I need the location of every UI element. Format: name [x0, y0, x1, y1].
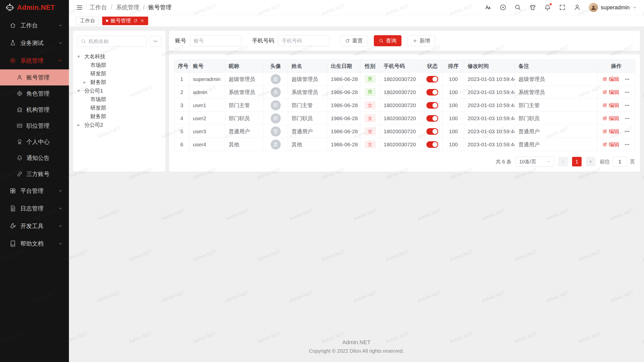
tab-close-icon[interactable]	[140, 19, 144, 23]
page-tab[interactable]: 工作台	[76, 17, 99, 25]
status-toggle[interactable]	[426, 141, 438, 148]
status-toggle[interactable]	[426, 76, 438, 82]
sidebar-subitem[interactable]: 三方账号	[0, 166, 69, 182]
tree-caret-icon[interactable]: ▾	[77, 88, 84, 94]
status-toggle[interactable]	[426, 128, 438, 135]
cell-avatar: 部	[263, 99, 288, 112]
gender-tag: 男	[365, 75, 376, 83]
locale-icon[interactable]	[500, 4, 506, 11]
tree-node[interactable]: ▸财务部	[77, 78, 161, 86]
theme-skin-icon[interactable]	[529, 4, 536, 11]
more-actions-button[interactable]	[624, 142, 630, 147]
next-page-button[interactable]	[586, 157, 595, 166]
page-size-select[interactable]: 10条/页	[516, 157, 554, 167]
add-button[interactable]: 新增	[408, 35, 435, 46]
org-search-input[interactable]	[89, 38, 143, 44]
more-actions-button[interactable]	[624, 103, 630, 108]
sidebar-subitem[interactable]: 机构管理	[0, 102, 69, 118]
cell-index: 5	[174, 125, 189, 138]
notification-bell-icon[interactable]	[544, 4, 551, 11]
edit-button[interactable]: 编辑	[602, 141, 619, 148]
search-button-label: 查询	[386, 37, 396, 44]
hamburger-menu-icon[interactable]	[76, 4, 83, 11]
sidebar-subitem-label: 账号管理	[26, 74, 69, 81]
sidebar-item[interactable]: 帮助文档	[0, 235, 69, 252]
cell-index: 1	[174, 73, 189, 86]
cell-account: user4	[189, 138, 225, 151]
tree-node[interactable]: 研发部	[77, 69, 161, 78]
phone-filter-group: 手机号码	[252, 35, 330, 46]
goto-page-input[interactable]	[613, 157, 627, 167]
edit-button[interactable]: 编辑	[602, 102, 619, 109]
gear-icon	[10, 57, 16, 64]
page-size-value: 10条/页	[519, 158, 536, 165]
cell-account: user1	[189, 99, 225, 112]
prev-page-button[interactable]	[558, 157, 568, 166]
tree-caret-icon[interactable]: ▸	[84, 79, 90, 85]
edit-button[interactable]: 编辑	[602, 128, 619, 135]
accounts-table-panel: 序号账号昵称头像姓名出生日期性别手机号码状态排序修改时间备注操作1superad…	[169, 54, 640, 172]
font-size-icon[interactable]	[485, 4, 492, 11]
status-toggle[interactable]	[426, 89, 438, 96]
fullscreen-icon[interactable]	[559, 4, 566, 11]
cell-avatar: 普	[263, 125, 288, 138]
gender-tag: 女	[365, 114, 376, 122]
sidebar-item[interactable]: 日志管理	[0, 200, 69, 217]
logo[interactable]: Admin.NET	[0, 0, 69, 15]
edit-button[interactable]: 编辑	[602, 76, 619, 83]
cell-sort: 100	[443, 99, 464, 112]
sidebar-subitem[interactable]: 个人中心	[0, 134, 69, 150]
reset-button[interactable]: 重置	[340, 35, 368, 46]
main-area: 工作台/系统管理/账号管理 superadmin 工作台 账号管理	[69, 0, 644, 362]
sidebar-subitem[interactable]: 职位管理	[0, 118, 69, 134]
cell-phone: 18020030720	[380, 86, 422, 99]
search-button[interactable]: 查询	[374, 35, 401, 46]
profile-icon[interactable]	[574, 4, 581, 11]
cell-status	[422, 73, 443, 86]
sidebar-item[interactable]: 系统管理	[0, 52, 69, 69]
tab-refresh-icon[interactable]	[133, 19, 138, 23]
sidebar-subitem[interactable]: 通知公告	[0, 150, 69, 166]
cell-operations: 编辑	[597, 73, 635, 86]
tab-active-dot	[106, 20, 108, 22]
tree-node[interactable]: 财务部	[77, 112, 161, 121]
tree-node-label: 市场部	[90, 96, 106, 103]
cell-avatar: 其	[263, 138, 288, 151]
edit-button[interactable]: 编辑	[602, 89, 619, 96]
sidebar-subitem[interactable]: 账号管理	[0, 69, 69, 85]
account-input[interactable]	[190, 35, 242, 46]
sidebar-item[interactable]: 业务测试	[0, 34, 69, 52]
edit-button[interactable]: 编辑	[602, 115, 619, 122]
edit-icon	[602, 129, 607, 134]
sidebar-item[interactable]: 工作台	[0, 17, 69, 34]
breadcrumb-item[interactable]: 系统管理	[116, 4, 139, 11]
status-toggle[interactable]	[426, 115, 438, 122]
sidebar-subitem[interactable]: 角色管理	[0, 85, 69, 102]
tree-node[interactable]: 研发部	[77, 104, 161, 112]
tree-node[interactable]: ▸分公司2	[77, 121, 161, 129]
tree-node[interactable]: ▾分公司1	[77, 86, 161, 95]
tree-caret-icon[interactable]: ▾	[77, 54, 84, 59]
global-search-icon[interactable]	[514, 4, 521, 11]
breadcrumb-item[interactable]: 工作台	[90, 4, 107, 11]
more-actions-button[interactable]	[624, 89, 630, 95]
status-toggle[interactable]	[426, 102, 438, 109]
topbar: 工作台/系统管理/账号管理 superadmin	[69, 0, 644, 15]
cell-gender: 女	[360, 125, 380, 138]
tree-node[interactable]: ▾大名科技	[77, 52, 161, 61]
sidebar-item[interactable]: 平台管理	[0, 182, 69, 200]
cell-operations: 编辑	[597, 125, 635, 138]
tree-node[interactable]: 市场部	[77, 95, 161, 104]
user-menu[interactable]: superadmin	[589, 3, 637, 12]
page-tab[interactable]: 账号管理	[102, 17, 148, 25]
tree-caret-icon[interactable]: ▸	[77, 122, 84, 128]
tree-node[interactable]: 市场部	[77, 61, 161, 69]
more-actions-button[interactable]	[624, 116, 630, 121]
org-more-button[interactable]	[150, 36, 161, 47]
sidebar-item[interactable]: 开发工具	[0, 217, 69, 235]
more-actions-button[interactable]	[624, 76, 630, 82]
page-number-button[interactable]: 1	[572, 157, 582, 166]
cell-nickname: 系统管理员	[225, 86, 263, 99]
more-actions-button[interactable]	[624, 129, 630, 134]
phone-input[interactable]	[278, 35, 330, 46]
